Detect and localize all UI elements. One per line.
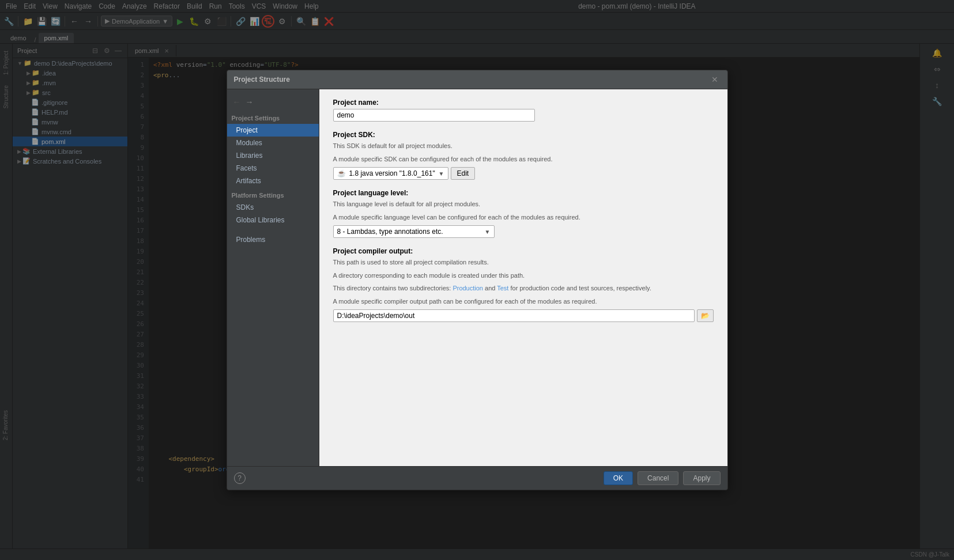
dialog-title: Project Structure [234,75,290,84]
sdk-chevron-icon: ▼ [439,171,444,177]
dialog-footer-left: ? [234,472,246,484]
project-settings-section: Project Settings [227,112,319,124]
dialog-footer-right: OK Cancel Apply [604,471,721,485]
platform-settings-section: Platform Settings [227,190,319,201]
lang-level-dropdown[interactable]: 8 - Lambdas, type annotations etc. ▼ [333,225,495,238]
lang-level-desc1: This language level is default for all p… [333,199,714,209]
project-name-section: Project name: [333,99,714,122]
compiler-output-input[interactable] [333,309,695,322]
modal-overlay: Project Structure ✕ ← → Project Settings… [0,0,954,560]
dialog-content: Project name: Project SDK: This SDK is d… [319,89,727,466]
lang-level-label: Project language level: [333,189,714,197]
compiler-output-desc1: This path is used to store all project c… [333,258,714,267]
nav-item-problems[interactable]: Problems [227,233,319,246]
project-sdk-label: Project SDK: [333,131,714,139]
sdk-select-container: ☕ 1.8 java version "1.8.0_161" ▼ Edit [333,167,476,180]
compiler-output-section: Project compiler output: This path is us… [333,247,714,322]
test-link: Test [497,285,508,292]
lang-chevron-icon: ▼ [485,229,491,235]
lang-level-value: 8 - Lambdas, type annotations etc. [337,228,443,236]
nav-forward-btn[interactable]: → [244,96,255,108]
project-name-label: Project name: [333,99,714,107]
apply-btn[interactable]: Apply [683,471,720,485]
nav-item-facets[interactable]: Facets [227,162,319,175]
dialog-close-btn[interactable]: ✕ [709,74,721,85]
project-structure-dialog: Project Structure ✕ ← → Project Settings… [227,70,728,490]
dialog-body: ← → Project Settings Project Modules Lib… [227,89,727,466]
project-name-input[interactable] [333,109,535,122]
sdk-dropdown[interactable]: ☕ 1.8 java version "1.8.0_161" ▼ [333,167,448,180]
compiler-output-desc2: A directory corresponding to each module… [333,271,714,281]
project-sdk-section: Project SDK: This SDK is default for all… [333,131,714,180]
nav-item-global-libraries[interactable]: Global Libraries [227,214,319,226]
lang-level-section: Project language level: This language le… [333,189,714,238]
lang-level-desc2: A module specific language level can be … [333,213,714,222]
project-sdk-desc1: This SDK is default for all project modu… [333,141,714,151]
nav-back-btn[interactable]: ← [232,96,242,108]
ok-btn[interactable]: OK [604,471,633,485]
sdk-value: 1.8 java version "1.8.0_161" [349,169,435,177]
dialog-nav: ← → Project Settings Project Modules Lib… [227,89,319,466]
dialog-title-bar: Project Structure ✕ [227,70,727,89]
compiler-output-folder-btn[interactable]: 📂 [697,309,714,322]
other-section [227,229,319,233]
nav-item-modules[interactable]: Modules [227,137,319,149]
compiler-output-row: 📂 [333,309,714,322]
dialog-footer: ? OK Cancel Apply [227,466,727,490]
project-name-row [333,109,714,122]
nav-item-sdks[interactable]: SDKs [227,201,319,214]
cancel-btn[interactable]: Cancel [638,471,678,485]
project-sdk-desc2: A module specific SDK can be configured … [333,154,714,164]
nav-item-libraries[interactable]: Libraries [227,149,319,162]
project-sdk-row: ☕ 1.8 java version "1.8.0_161" ▼ Edit [333,167,714,180]
dialog-nav-arrows: ← → [227,94,319,110]
nav-item-project[interactable]: Project [227,124,319,137]
sdk-edit-btn[interactable]: Edit [451,167,476,180]
production-link: Production [453,285,483,292]
lang-level-row: 8 - Lambdas, type annotations etc. ▼ [333,225,714,238]
sdk-icon: ☕ [337,169,346,177]
compiler-output-desc4: A module specific compiler output path c… [333,297,714,307]
help-btn[interactable]: ? [234,472,246,484]
compiler-output-desc3: This directory contains two subdirectori… [333,283,714,293]
nav-item-artifacts[interactable]: Artifacts [227,175,319,187]
compiler-output-label: Project compiler output: [333,247,714,255]
